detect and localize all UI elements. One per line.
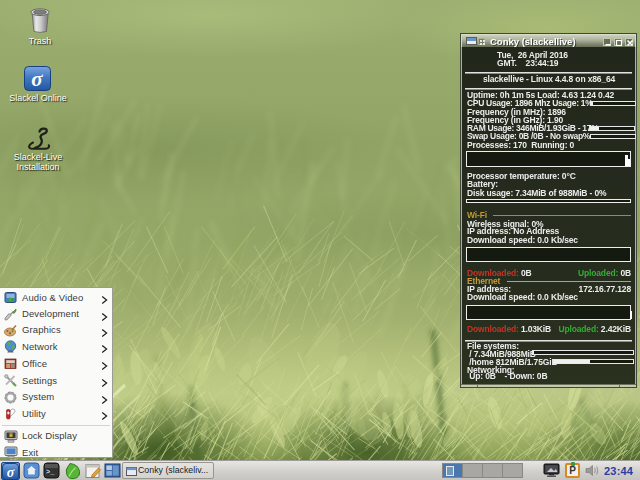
svg-text:>_: >_ bbox=[46, 468, 55, 476]
svg-text:σ: σ bbox=[31, 67, 43, 91]
svg-text:σ: σ bbox=[7, 465, 15, 480]
